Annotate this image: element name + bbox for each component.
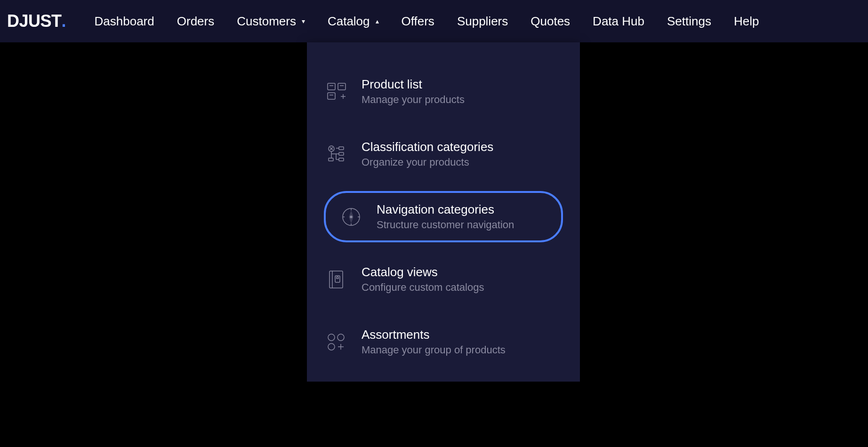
menu-text: Catalog views Configure custom catalogs: [362, 265, 484, 294]
menu-classification-categories[interactable]: Classification categories Organize your …: [307, 128, 580, 180]
product-list-icon: [324, 80, 348, 104]
menu-text: Assortments Manage your group of product…: [362, 327, 506, 356]
logo-text: DJUST: [7, 11, 62, 31]
nav-offers[interactable]: Offers: [402, 14, 434, 29]
menu-assortments[interactable]: Assortments Manage your group of product…: [307, 316, 580, 367]
nav-customers[interactable]: Customers ▾: [237, 14, 305, 29]
menu-text: Navigation categories Structure customer…: [377, 202, 514, 231]
assortments-icon: [324, 330, 348, 354]
svg-point-29: [338, 334, 344, 341]
svg-rect-9: [339, 147, 344, 150]
nav-orders[interactable]: Orders: [177, 14, 214, 29]
svg-rect-10: [339, 152, 344, 155]
nav-catalog[interactable]: Catalog ▴: [328, 14, 379, 29]
menu-navigation-categories[interactable]: Navigation categories Structure customer…: [324, 191, 563, 242]
nav-items-container: Dashboard Orders Customers ▾ Catalog ▴ O…: [95, 14, 759, 29]
menu-product-list[interactable]: Product list Manage your products: [307, 66, 580, 117]
menu-subtitle: Organize your products: [362, 156, 493, 168]
menu-text: Classification categories Organize your …: [362, 140, 493, 168]
menu-subtitle: Configure custom catalogs: [362, 281, 484, 294]
menu-title: Assortments: [362, 327, 506, 342]
chevron-up-icon: ▴: [376, 17, 379, 25]
nav-quotes[interactable]: Quotes: [530, 14, 570, 29]
svg-point-30: [328, 343, 335, 350]
nav-help[interactable]: Help: [734, 14, 759, 29]
top-navigation: DJUST . Dashboard Orders Customers ▾ Cat…: [0, 0, 868, 42]
nav-settings[interactable]: Settings: [667, 14, 711, 29]
catalog-dropdown-menu: Product list Manage your products Classi…: [307, 42, 580, 382]
svg-rect-2: [338, 83, 346, 90]
menu-title: Classification categories: [362, 140, 493, 154]
menu-text: Product list Manage your products: [362, 77, 465, 106]
chevron-down-icon: ▾: [302, 17, 305, 25]
catalog-views-icon: [324, 267, 348, 292]
menu-catalog-views[interactable]: Catalog views Configure custom catalogs: [307, 254, 580, 305]
nav-suppliers[interactable]: Suppliers: [457, 14, 508, 29]
menu-subtitle: Manage your products: [362, 94, 465, 106]
nav-data-hub[interactable]: Data Hub: [593, 14, 644, 29]
svg-point-24: [350, 216, 352, 218]
menu-title: Product list: [362, 77, 465, 92]
compass-icon: [339, 205, 363, 229]
svg-rect-12: [329, 158, 333, 161]
menu-subtitle: Manage your group of products: [362, 344, 506, 356]
svg-rect-11: [339, 158, 344, 161]
svg-rect-1: [328, 93, 335, 99]
nav-dashboard[interactable]: Dashboard: [95, 14, 154, 29]
logo-accent: .: [62, 11, 66, 31]
svg-point-28: [328, 334, 335, 341]
svg-rect-25: [330, 271, 343, 288]
menu-title: Navigation categories: [377, 202, 514, 217]
logo[interactable]: DJUST .: [7, 11, 66, 31]
menu-subtitle: Structure customer navigation: [377, 219, 514, 231]
classification-icon: [324, 142, 348, 167]
svg-rect-0: [328, 83, 335, 90]
menu-title: Catalog views: [362, 265, 484, 279]
